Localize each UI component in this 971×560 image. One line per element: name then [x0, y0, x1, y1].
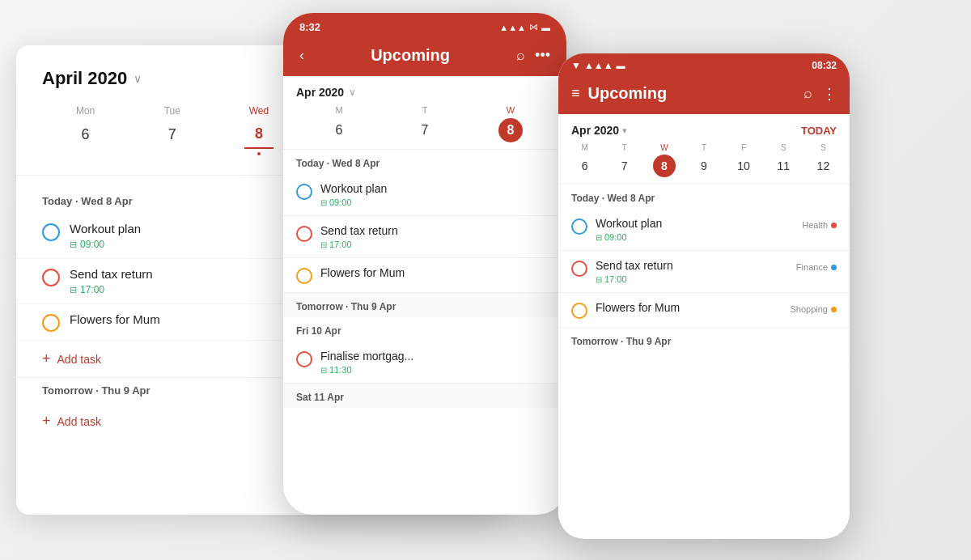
- wifi-icon-right: ▼: [571, 60, 581, 71]
- signal-icon-right: ▲▲▲: [584, 60, 613, 71]
- phone-day-t[interactable]: T 7: [382, 105, 468, 142]
- phone-middle-task-flowers[interactable]: Flowers for Mum: [283, 258, 566, 293]
- phone-task-circle-flowers: [296, 268, 312, 284]
- phone-middle-chevron[interactable]: ∨: [349, 87, 356, 98]
- desktop-month-chevron[interactable]: ∨: [134, 72, 142, 85]
- ios-day-s1[interactable]: S 11: [764, 143, 804, 177]
- ios-task-circle-workout: [571, 218, 587, 235]
- ios-tag-finance: Finance: [796, 262, 837, 272]
- phone-day-w[interactable]: W 8: [468, 105, 553, 142]
- ios-today-header: Today · Wed 8 Apr: [558, 185, 850, 209]
- ios-day-s2[interactable]: S 12: [804, 143, 843, 177]
- ios-task-circle-tax: [571, 261, 587, 277]
- phone-middle-task-workout[interactable]: Workout plan ⊟ 09:00: [283, 174, 566, 216]
- ios-tag-health: Health: [802, 220, 837, 230]
- calendar-icon-tax: ⊟: [70, 285, 77, 295]
- phone-day-m[interactable]: M 6: [296, 105, 382, 142]
- ios-header: ≡ Upcoming ⌕ ⋮: [558, 76, 850, 114]
- shopping-dot: [831, 307, 837, 312]
- desktop-day-mon[interactable]: Mon 6: [42, 105, 129, 155]
- ios-more-icon[interactable]: ⋮: [822, 85, 837, 103]
- signal-icon-middle: ▲▲▲: [499, 23, 526, 32]
- task-circle-tax: [42, 269, 60, 286]
- more-icon-middle[interactable]: •••: [535, 47, 550, 64]
- ios-tag-shopping: Shopping: [791, 304, 837, 314]
- phone-task-circle-mortgage: [296, 351, 312, 367]
- phone-middle-tomorrow-header: Tomorrow · Thu 9 Apr: [283, 293, 566, 317]
- ios-header-left: ≡ Upcoming: [571, 84, 667, 103]
- ios-task-content-flowers: Flowers for Mum: [596, 301, 782, 314]
- hamburger-icon[interactable]: ≡: [571, 85, 580, 102]
- health-dot: [831, 223, 837, 228]
- ios-cal-icon-tax: ⊟: [596, 275, 602, 284]
- ios-cal-icon-workout: ⊟: [596, 233, 602, 242]
- phone-middle-task-tax[interactable]: Send tax return ⊟ 17:00: [283, 216, 566, 258]
- phone-middle-header-icons: ⌕ •••: [516, 47, 550, 64]
- ios-day-m[interactable]: M 6: [565, 143, 604, 177]
- ios-status-bar: ▼ ▲▲▲ ▬ 08:32: [558, 53, 850, 76]
- phone-middle-body: Apr 2020 ∨ M 6 T 7 W 8 Today · Wed 8 Apr: [283, 76, 566, 408]
- phone-middle: 8:32 ▲▲▲ ⋈ ▬ ‹ Upcoming ⌕ ••• Apr 2020 ∨…: [283, 13, 566, 515]
- ios-header-right: ⌕ ⋮: [804, 85, 837, 103]
- battery-icon-middle: ▬: [541, 23, 550, 32]
- ios-status-icons-left: ▼ ▲▲▲ ▬: [571, 60, 625, 71]
- phone-task-circle-workout: [296, 184, 312, 200]
- phone-middle-sat-header: Sat 11 Apr: [283, 384, 566, 408]
- desktop-month-title: April 2020: [42, 68, 127, 89]
- calendar-icon-workout: ⊟: [70, 240, 77, 250]
- back-icon-middle[interactable]: ‹: [299, 47, 304, 64]
- phone-task-content-flowers: Flowers for Mum: [320, 266, 405, 279]
- ios-search-icon[interactable]: ⌕: [804, 85, 812, 103]
- wifi-icon-middle: ⋈: [529, 22, 538, 32]
- ios-task-content-workout: Workout plan ⊟ 09:00: [596, 217, 794, 242]
- phone-middle-status-bar: 8:32 ▲▲▲ ⋈ ▬: [283, 13, 566, 38]
- search-icon-middle[interactable]: ⌕: [516, 47, 525, 64]
- ios-task-circle-flowers: [571, 303, 587, 319]
- phone-middle-fri-header: Fri 10 Apr: [283, 317, 566, 342]
- ios-chevron[interactable]: ▾: [622, 125, 627, 136]
- phone-cal-icon-workout: ⊟: [320, 198, 327, 207]
- status-icons-middle: ▲▲▲ ⋈ ▬: [499, 22, 550, 32]
- phone-task-content-tax: Send tax return ⊟ 17:00: [320, 224, 398, 249]
- phone-right: ▼ ▲▲▲ ▬ 08:32 ≡ Upcoming ⌕ ⋮ Apr 2020 ▾: [558, 53, 850, 539]
- ios-task-workout[interactable]: Workout plan ⊟ 09:00 Health: [558, 209, 850, 251]
- ios-body: Apr 2020 ▾ TODAY M 6 T 7 W 8: [558, 114, 850, 352]
- phone-middle-today-header: Today · Wed 8 Apr: [283, 150, 566, 174]
- ios-day-t[interactable]: T 7: [604, 143, 644, 177]
- ios-task-flowers[interactable]: Flowers for Mum Shopping: [558, 293, 850, 328]
- phone-cal-icon-tax: ⊟: [320, 240, 327, 249]
- desktop-day-tue[interactable]: Tue 7: [129, 105, 215, 155]
- phone-middle-weekdays: M 6 T 7 W 8: [283, 105, 566, 150]
- finance-dot: [831, 265, 837, 270]
- task-circle-flowers: [42, 314, 60, 332]
- ios-day-w[interactable]: W 8: [644, 143, 684, 177]
- phone-task-content-workout: Workout plan ⊟ 09:00: [320, 182, 387, 207]
- phone-middle-header: ‹ Upcoming ⌕ •••: [283, 38, 566, 76]
- add-task-plus-icon: +: [42, 350, 51, 367]
- battery-icon-right: ▬: [617, 61, 625, 70]
- add-task-plus-icon-2: +: [42, 413, 51, 430]
- ios-month-row: Apr 2020 ▾ TODAY: [558, 114, 850, 143]
- ios-tomorrow-header: Tomorrow · Thu 9 Apr: [558, 328, 850, 352]
- ios-day-f[interactable]: F 10: [724, 143, 764, 177]
- phone-cal-icon-mortgage: ⊟: [320, 366, 327, 375]
- ios-task-content-tax: Send tax return ⊟ 17:00: [596, 259, 788, 284]
- ios-weekdays: M 6 T 7 W 8 T 9 F 10: [558, 143, 850, 185]
- ios-task-tax[interactable]: Send tax return ⊟ 17:00 Finance: [558, 251, 850, 293]
- phone-task-content-mortgage: Finalise mortgag... ⊟ 11:30: [320, 350, 413, 375]
- phone-middle-task-mortgage[interactable]: Finalise mortgag... ⊟ 11:30: [283, 342, 566, 384]
- task-circle-workout: [42, 223, 60, 241]
- ios-day-t2[interactable]: T 9: [684, 143, 723, 177]
- ios-month-left: Apr 2020 ▾: [571, 124, 627, 137]
- phone-task-circle-tax: [296, 226, 312, 242]
